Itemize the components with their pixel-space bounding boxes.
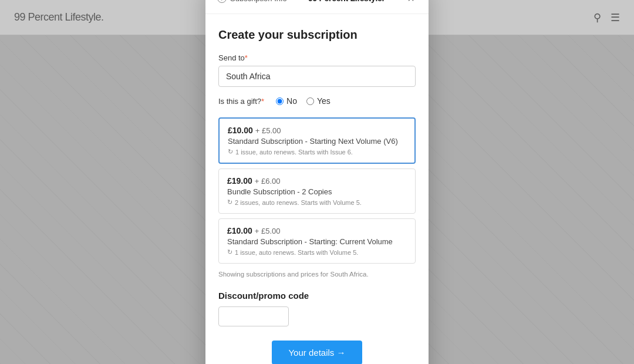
sub-option-3-detail: ↻ 1 issue, auto renews. Starts with Volu… [227, 248, 407, 256]
subscription-modal: i Subscription Info 99 Percent Lifestyle… [205, 0, 429, 364]
info-icon: i [217, 0, 227, 3]
renew-icon-3: ↻ [227, 248, 232, 256]
send-to-input[interactable] [218, 66, 416, 87]
renew-icon-1: ↻ [228, 148, 233, 156]
showing-note: Showing subscriptions and prices for Sou… [218, 271, 416, 278]
subscription-info-label: Subscription Info [230, 0, 287, 3]
subscription-option-1[interactable]: £10.00 + £5.00 Standard Subscription - S… [218, 117, 416, 164]
gift-no-option[interactable]: No [276, 96, 297, 106]
renew-icon-2: ↻ [227, 198, 232, 206]
your-details-button[interactable]: Your details → [272, 341, 362, 364]
sub-option-1-name: Standard Subscription - Starting Next Vo… [228, 137, 406, 146]
sub-option-3-name: Standard Subscription - Starting: Curren… [227, 237, 407, 246]
modal-body: Create your subscription Send to* Is thi… [205, 14, 429, 364]
modal-close-button[interactable]: × [405, 0, 417, 5]
gift-no-label: No [286, 96, 297, 106]
sub-option-2-name: Bundle Subscription - 2 Copies [227, 187, 407, 196]
gift-group: Is this a gift?* No Yes [218, 96, 416, 106]
gift-no-radio[interactable] [276, 97, 284, 105]
gift-yes-label: Yes [317, 96, 331, 106]
discount-input[interactable] [218, 306, 289, 326]
modal-brand: 99 Percent Lifestyle. [308, 0, 384, 3]
gift-yes-radio[interactable] [306, 97, 314, 105]
gift-yes-option[interactable]: Yes [306, 96, 331, 106]
sub-option-2-detail: ↻ 2 issues, auto renews. Starts with Vol… [227, 198, 407, 206]
gift-label: Is this a gift?* [218, 97, 264, 106]
modal-header-left: i Subscription Info [217, 0, 287, 3]
sub-option-3-price: £10.00 + £5.00 [227, 226, 407, 235]
modal-overlay: i Subscription Info 99 Percent Lifestyle… [0, 0, 634, 364]
subscription-options: £10.00 + £5.00 Standard Subscription - S… [218, 117, 416, 264]
send-to-group: Send to* [218, 53, 416, 87]
sub-option-2-price: £19.00 + £6.00 [227, 176, 407, 186]
submit-wrapper: Your details → [218, 341, 416, 364]
modal-title: Create your subscription [218, 28, 416, 42]
sub-option-1-price: £10.00 + £5.00 [228, 126, 406, 135]
discount-label: Discount/promo code [218, 291, 416, 301]
modal-header: i Subscription Info 99 Percent Lifestyle… [205, 0, 429, 14]
subscription-option-3[interactable]: £10.00 + £5.00 Standard Subscription - S… [218, 218, 416, 264]
subscription-option-2[interactable]: £19.00 + £6.00 Bundle Subscription - 2 C… [218, 168, 416, 214]
sub-option-1-detail: ↻ 1 issue, auto renews. Starts with Issu… [228, 148, 406, 156]
send-to-label: Send to* [218, 53, 416, 62]
